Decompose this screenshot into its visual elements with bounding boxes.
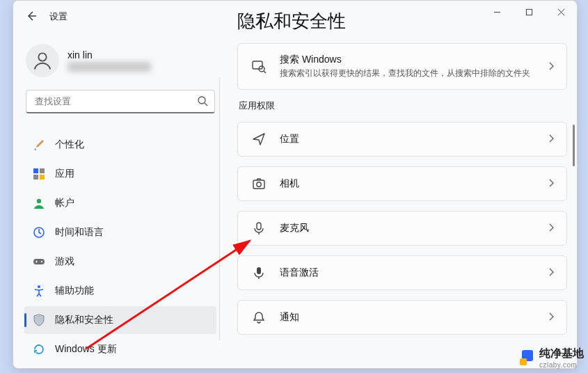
sidebar-item-label: 时间和语言 bbox=[55, 226, 104, 239]
svg-rect-10 bbox=[33, 175, 38, 180]
sidebar-nav: 个性化 应用 帐户 时间和语言 bbox=[22, 130, 219, 364]
svg-rect-23 bbox=[257, 267, 261, 274]
location-icon bbox=[249, 132, 269, 146]
chevron-right-icon bbox=[547, 311, 555, 324]
sidebar-item-privacy-security[interactable]: 隐私和安全性 bbox=[24, 306, 216, 334]
microphone-icon bbox=[249, 221, 269, 235]
section-app-permissions: 应用权限 bbox=[239, 100, 567, 112]
page-title: 隐私和安全性 bbox=[237, 9, 567, 33]
sidebar-item-label: 辅助功能 bbox=[55, 285, 94, 297]
row-title: 位置 bbox=[280, 133, 547, 145]
person-icon bbox=[33, 197, 45, 209]
svg-point-21 bbox=[257, 182, 261, 186]
user-email-blurred bbox=[67, 62, 151, 72]
back-button[interactable] bbox=[26, 10, 37, 24]
svg-rect-14 bbox=[33, 259, 45, 264]
sidebar-item-label: Windows 更新 bbox=[55, 343, 117, 356]
sidebar-item-label: 个性化 bbox=[55, 138, 84, 151]
apps-icon bbox=[33, 168, 45, 180]
svg-point-6 bbox=[198, 97, 205, 104]
watermark-sub: czlaby.com bbox=[539, 361, 584, 369]
svg-rect-8 bbox=[33, 168, 38, 173]
row-subtitle: 搜索索引以获得更快的结果，查找我的文件，从搜索中排除的文件夹 bbox=[280, 68, 547, 79]
svg-point-15 bbox=[41, 261, 42, 262]
search-windows-icon bbox=[249, 59, 269, 74]
chevron-right-icon bbox=[547, 133, 555, 145]
user-account-block[interactable]: xin lin bbox=[22, 41, 219, 90]
voice-activation-icon bbox=[249, 266, 269, 280]
row-location[interactable]: 位置 bbox=[237, 122, 567, 157]
watermark: 纯净基地 czlaby.com bbox=[520, 347, 584, 369]
search-settings[interactable] bbox=[26, 90, 215, 113]
row-title: 通知 bbox=[280, 311, 547, 324]
gamepad-icon bbox=[33, 255, 45, 268]
watermark-logo bbox=[520, 350, 535, 365]
main-content: 隐私和安全性 搜索 Windows 搜索索引以获得更快的结果，查找我的文件，从搜… bbox=[237, 9, 567, 361]
bell-icon bbox=[249, 310, 269, 324]
svg-rect-22 bbox=[257, 223, 261, 230]
sidebar-item-windows-update[interactable]: Windows 更新 bbox=[24, 335, 216, 363]
accessibility-icon bbox=[33, 285, 45, 297]
user-name: xin lin bbox=[67, 49, 151, 61]
sidebar-item-personalization[interactable]: 个性化 bbox=[24, 131, 216, 159]
row-voice-activation[interactable]: 语音激活 bbox=[237, 255, 567, 290]
shield-icon bbox=[33, 314, 45, 326]
svg-rect-11 bbox=[40, 175, 45, 180]
svg-point-12 bbox=[37, 199, 41, 203]
svg-rect-17 bbox=[253, 61, 262, 69]
chevron-right-icon bbox=[547, 267, 555, 279]
sidebar-item-label: 隐私和安全性 bbox=[55, 314, 113, 326]
row-notifications[interactable]: 通知 bbox=[237, 300, 567, 335]
sidebar-item-time-language[interactable]: 时间和语言 bbox=[24, 219, 216, 246]
settings-window: 设置 xin lin 个性化 bbox=[13, 0, 578, 369]
svg-rect-20 bbox=[253, 180, 264, 189]
app-title: 设置 bbox=[49, 10, 67, 23]
camera-icon bbox=[249, 177, 269, 191]
svg-line-19 bbox=[264, 71, 266, 73]
sidebar-item-label: 游戏 bbox=[55, 255, 74, 268]
chevron-right-icon bbox=[547, 177, 555, 190]
sidebar-item-apps[interactable]: 应用 bbox=[24, 160, 216, 188]
row-title: 麦克风 bbox=[280, 222, 547, 235]
search-input[interactable] bbox=[26, 90, 215, 113]
sidebar-item-gaming[interactable]: 游戏 bbox=[24, 248, 216, 276]
scrollbar-thumb[interactable] bbox=[573, 125, 575, 166]
row-camera[interactable]: 相机 bbox=[237, 166, 567, 201]
row-search-windows[interactable]: 搜索 Windows 搜索索引以获得更快的结果，查找我的文件，从搜索中排除的文件… bbox=[237, 43, 567, 90]
watermark-text: 纯净基地 bbox=[539, 347, 584, 361]
globe-clock-icon bbox=[33, 226, 45, 239]
svg-point-16 bbox=[38, 285, 40, 288]
sidebar-item-accounts[interactable]: 帐户 bbox=[24, 189, 216, 217]
avatar bbox=[26, 44, 59, 77]
row-microphone[interactable]: 麦克风 bbox=[237, 211, 567, 246]
sidebar-item-label: 应用 bbox=[55, 168, 74, 180]
paintbrush-icon bbox=[33, 138, 45, 151]
svg-point-5 bbox=[38, 53, 46, 61]
svg-rect-9 bbox=[40, 168, 45, 173]
chevron-right-icon bbox=[547, 61, 555, 73]
row-title: 搜索 Windows bbox=[280, 54, 547, 66]
row-title: 相机 bbox=[280, 177, 547, 190]
search-icon bbox=[197, 95, 208, 109]
sidebar-item-label: 帐户 bbox=[55, 197, 74, 209]
row-title: 语音激活 bbox=[280, 267, 547, 279]
chevron-right-icon bbox=[547, 222, 555, 235]
sidebar-item-accessibility[interactable]: 辅助功能 bbox=[24, 277, 216, 305]
sidebar: xin lin 个性化 应用 bbox=[22, 41, 219, 364]
sidebar-divider bbox=[219, 77, 220, 340]
update-icon bbox=[33, 343, 45, 356]
svg-line-7 bbox=[205, 103, 207, 106]
